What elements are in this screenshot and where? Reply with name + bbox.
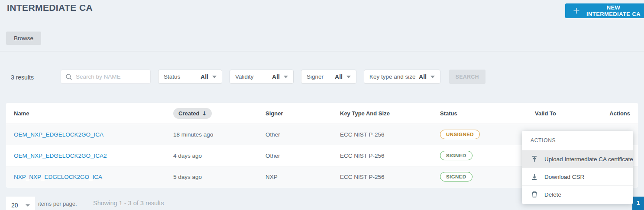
menu-item-delete[interactable]: Delete [522,185,633,203]
new-intermediate-ca-button[interactable]: NEW INTERMEDIATE CA [565,3,644,18]
actions-menu-title: ACTIONS [522,131,633,150]
menu-item-label: Download CSR [544,174,584,180]
column-header-actions: Actions [604,110,638,117]
chevron-down-icon [346,76,351,78]
status-filter-value: All [201,73,208,80]
signer-cell: Other [265,153,340,159]
status-badge: SIGNED [440,151,472,160]
column-header-valid-to[interactable]: Valid To [535,110,604,117]
menu-item-label: Upload Intermediate CA certificate [544,156,633,162]
created-cell: 18 minutes ago [173,131,265,138]
column-header-status[interactable]: Status [440,110,535,117]
browse-tab[interactable]: Browse [6,32,41,45]
column-header-signer[interactable]: Signer [265,110,340,117]
header-divider [0,51,644,51]
column-header-created[interactable]: Created ↓ [173,108,265,119]
search-box[interactable] [61,70,151,84]
column-header-name[interactable]: Name [6,110,173,117]
status-badge: UNSIGNED [440,130,480,139]
column-header-created-label: Created [178,110,199,117]
page-size-value: 20 [11,202,18,209]
search-icon [65,73,72,80]
actions-menu: ACTIONS Upload Intermediate CA certifica… [522,131,633,204]
page-size-select[interactable]: 20 [6,197,35,210]
chevron-down-icon [26,204,30,207]
search-button[interactable]: SEARCH [449,70,485,84]
sort-descending-icon: ↓ [202,110,207,117]
ca-name-link[interactable]: OEM_NXP_EDGELOCK2GO_ICA [14,131,104,138]
menu-item-download-csr[interactable]: Download CSR [522,168,633,185]
plus-icon [573,7,580,14]
created-sort-pill[interactable]: Created ↓ [173,108,212,119]
signer-filter-label: Signer [307,73,324,80]
key-type-cell: ECC NIST P-256 [340,153,440,159]
created-cell: 5 days ago [173,174,265,180]
search-input[interactable] [76,73,152,80]
menu-item-label: Delete [544,191,561,198]
page-number-button[interactable]: 1 [632,197,644,210]
key-type-filter-value: All [419,73,427,80]
signer-filter-dropdown[interactable]: Signer All [301,70,356,84]
ca-name-link[interactable]: NXP_NXP_EDGELOCK2GO_ICA [14,174,102,180]
key-type-cell: ECC NIST P-256 [340,174,440,180]
key-type-filter-label: Key type and size [369,73,416,80]
results-summary: Showing 1 - 3 of 3 results [93,200,164,207]
page-title: INTERMEDIATE CA [7,3,93,13]
download-icon [531,173,538,181]
trash-icon [531,191,538,198]
page: INTERMEDIATE CA NEW INTERMEDIATE CA Brow… [0,0,644,210]
validity-filter-label: Validity [235,73,254,80]
ca-name-link[interactable]: OEM_NXP_EDGELOCK2GO_ICA2 [14,153,107,159]
chevron-down-icon [212,76,217,78]
items-per-page-label: items per page. [38,200,77,207]
status-filter-label: Status [164,73,180,80]
key-type-cell: ECC NIST P-256 [340,131,440,138]
table-header-row: Name Created ↓ Signer Key Type And Size … [6,103,638,124]
chevron-down-icon [430,76,435,78]
upload-icon [531,155,538,163]
key-type-filter-dropdown[interactable]: Key type and size All [364,70,440,84]
menu-item-upload-certificate[interactable]: Upload Intermediate CA certificate [522,150,633,168]
results-count: 3 results [11,74,34,81]
signer-cell: NXP [265,174,340,180]
chevron-down-icon [284,76,288,78]
new-intermediate-ca-label: NEW INTERMEDIATE CA [585,4,642,17]
signer-filter-value: All [335,73,343,80]
status-badge: SIGNED [440,172,472,181]
status-filter-dropdown[interactable]: Status All [158,70,222,84]
validity-filter-value: All [272,73,280,80]
column-header-key-type[interactable]: Key Type And Size [340,110,440,117]
signer-cell: Other [265,131,340,138]
created-cell: 4 days ago [173,153,265,159]
validity-filter-dropdown[interactable]: Validity All [230,70,294,84]
